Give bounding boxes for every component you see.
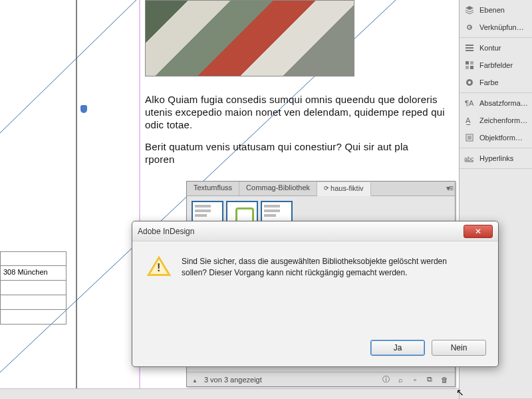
panel-group-styles: ¶A Absatzforma… A̲ Zeichenform… Objektfo…	[460, 93, 532, 148]
svg-text:A̲: A̲	[466, 116, 471, 125]
library-tabbar: Textumfluss Commag-Bibliothek ⟳haus-fikt…	[187, 182, 455, 196]
color-icon	[464, 76, 475, 88]
objstyle-icon	[464, 132, 475, 144]
table-row	[0, 310, 66, 325]
dialog-message: Sind Sie sicher, dass die ausgewählten B…	[182, 256, 467, 279]
panel-label: Farbe	[479, 78, 499, 86]
panel-absatzformate[interactable]: ¶A Absatzforma…	[460, 94, 532, 112]
new-icon[interactable]: ⧉	[424, 374, 435, 385]
panel-verknuepfungen[interactable]: Verknüpfun…	[460, 19, 532, 36]
svg-rect-5	[470, 61, 473, 65]
panel-hyperlinks[interactable]: abc Hyperlinks	[460, 150, 532, 167]
hyperlink-icon: abc	[464, 152, 475, 164]
svg-rect-6	[466, 66, 469, 69]
close-icon: ✕	[475, 227, 481, 236]
dialog-titlebar[interactable]: Adobe InDesign ✕	[132, 221, 498, 241]
text-frame[interactable]: Alko Quiam fugia consedis sumqui omnis q…	[145, 93, 448, 175]
search-icon[interactable]: ⌕	[395, 374, 406, 385]
panel-objektformate[interactable]: Objektform…	[460, 129, 532, 146]
layers-icon	[464, 4, 475, 16]
panel-farbe[interactable]: Farbe	[460, 74, 532, 91]
tab-textumfluss[interactable]: Textumfluss	[187, 182, 239, 196]
body-paragraph-2: Berit quatum venis utatusam qui conestiu…	[145, 140, 448, 166]
confirm-dialog: Adobe InDesign ✕ ! Sind Sie sicher, dass…	[132, 221, 499, 367]
dialog-button-row: Ja Nein	[370, 340, 486, 356]
info-icon[interactable]: ⓘ	[380, 374, 391, 385]
anchor-marker	[80, 105, 87, 113]
panel-label: Zeichenform…	[479, 116, 527, 124]
horizontal-scrollbar[interactable]	[0, 388, 459, 399]
table-row	[0, 251, 66, 266]
trash-icon[interactable]: 🗑	[439, 374, 450, 385]
table-row	[0, 281, 66, 295]
no-button[interactable]: Nein	[432, 340, 486, 356]
new-item-icon[interactable]: ▫	[410, 374, 420, 385]
panel-label: Verknüpfun…	[479, 23, 524, 31]
table-row: 308 München	[0, 266, 66, 281]
panel-ebenen[interactable]: Ebenen	[460, 1, 532, 19]
panel-group-layers: Ebenen Verknüpfun…	[460, 0, 532, 38]
panel-label: Kontur	[479, 44, 501, 52]
panel-group-links: abc Hyperlinks	[460, 148, 532, 169]
svg-text:¶A: ¶A	[465, 99, 474, 107]
svg-rect-7	[470, 66, 473, 69]
panel-label: Farbfelder	[479, 61, 513, 69]
stroke-icon	[464, 42, 475, 54]
body-paragraph-1: Alko Quiam fugia consedis sumqui omnis q…	[145, 93, 448, 131]
panel-label: Objektform…	[479, 134, 523, 142]
close-button[interactable]: ✕	[464, 225, 493, 238]
panel-menu-icon[interactable]	[446, 184, 452, 193]
panel-kontur[interactable]: Kontur	[460, 39, 532, 57]
placed-image[interactable]	[145, 0, 354, 76]
svg-point-9	[468, 81, 471, 84]
tab-commag-bibliothek[interactable]: Commag-Bibliothek	[239, 182, 317, 196]
table-row	[0, 295, 66, 310]
panel-group-color: Kontur Farbfelder Farbe	[460, 38, 532, 93]
panel-label: Absatzforma…	[479, 99, 528, 107]
warning-icon: !	[147, 256, 171, 279]
svg-rect-4	[466, 61, 469, 65]
library-status-text: 3 von 3 angezeigt	[204, 376, 262, 384]
swatches-icon	[464, 59, 475, 71]
refresh-icon: ⟳	[324, 185, 329, 192]
tab-haus-fiktiv[interactable]: ⟳haus-fiktiv	[317, 182, 371, 196]
panel-label: Hyperlinks	[479, 154, 513, 162]
charstyle-icon: A̲	[464, 114, 475, 126]
address-table[interactable]: 308 München	[0, 251, 66, 325]
dialog-body: ! Sind Sie sicher, dass die ausgewählten…	[132, 241, 498, 285]
panel-zeichenformate[interactable]: A̲ Zeichenform…	[460, 112, 532, 129]
library-statusbar: 3 von 3 angezeigt ⓘ ⌕ ▫ ⧉ 🗑	[187, 372, 455, 386]
links-icon	[464, 21, 475, 33]
dialog-title: Adobe InDesign	[138, 227, 464, 236]
panel-farbfelder[interactable]: Farbfelder	[460, 57, 532, 74]
chevron-up-icon[interactable]	[192, 376, 200, 384]
parastyle-icon: ¶A	[464, 97, 475, 109]
svg-rect-13	[467, 136, 471, 140]
yes-button[interactable]: Ja	[370, 340, 425, 356]
panel-label: Ebenen	[479, 6, 505, 14]
